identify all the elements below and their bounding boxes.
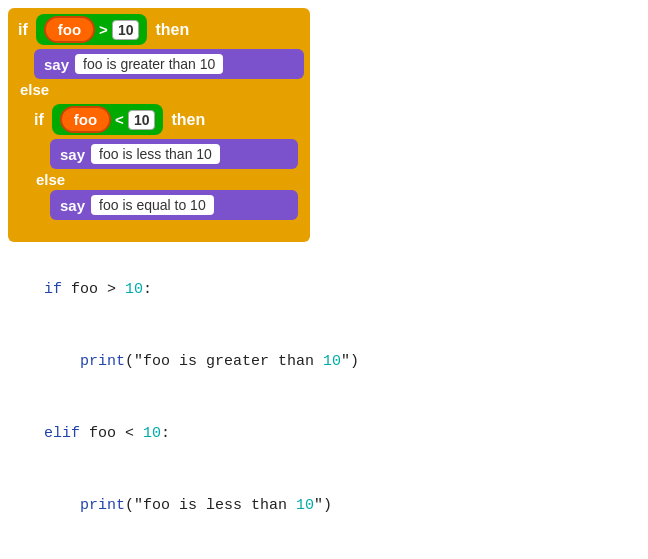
inner-else-label: else	[30, 168, 71, 191]
keyword-then-inner: then	[167, 109, 209, 131]
code-line-2: print("foo is greater than 10")	[8, 326, 640, 398]
outer-say-block: say foo is greater than 10	[34, 49, 304, 79]
blocks-area: if foo > 10 then say foo is greater than…	[8, 8, 328, 242]
outer-if-header-row: if foo > 10 then	[14, 14, 304, 45]
keyword-then-outer: then	[151, 19, 193, 41]
code-line-4: print("foo is less than 10")	[8, 470, 640, 542]
inner-var2[interactable]: foo	[60, 106, 111, 133]
code-line-1: if foo > 10:	[8, 254, 640, 326]
outer-var1[interactable]: foo	[44, 16, 95, 43]
outer-num1[interactable]: 10	[112, 20, 140, 40]
inner-say-block2: say foo is equal to 10	[50, 190, 298, 220]
inner-say-label2: say	[60, 197, 85, 214]
inner-condition-operator: foo < 10	[52, 104, 164, 135]
inner-if-block: if foo < 10 then say foo is less than 10…	[24, 98, 304, 232]
inner-op2: <	[115, 111, 124, 128]
outer-if-block: if foo > 10 then say foo is greater than…	[8, 8, 310, 242]
outer-say-text[interactable]: foo is greater than 10	[75, 54, 223, 74]
code-area: if foo > 10: print("foo is greater than …	[8, 254, 640, 559]
inner-say-label1: say	[60, 146, 85, 163]
code-line-3: elif foo < 10:	[8, 398, 640, 470]
keyword-if-outer: if	[14, 19, 32, 41]
outer-else-label-row: else	[14, 81, 304, 98]
keyword-if-inner: if	[30, 109, 48, 131]
inner-if-header-row: if foo < 10 then	[30, 104, 298, 135]
inner-num2[interactable]: 10	[128, 110, 156, 130]
inner-say-block1: say foo is less than 10	[50, 139, 298, 169]
inner-else-label-row: else	[30, 171, 298, 188]
inner-say-text1[interactable]: foo is less than 10	[91, 144, 220, 164]
code-if-keyword: if	[44, 281, 62, 298]
outer-op1: >	[99, 21, 108, 38]
outer-say-label: say	[44, 56, 69, 73]
code-line-5: else:	[8, 542, 640, 559]
inner-say-text2[interactable]: foo is equal to 10	[91, 195, 214, 215]
outer-condition-operator: foo > 10	[36, 14, 148, 45]
